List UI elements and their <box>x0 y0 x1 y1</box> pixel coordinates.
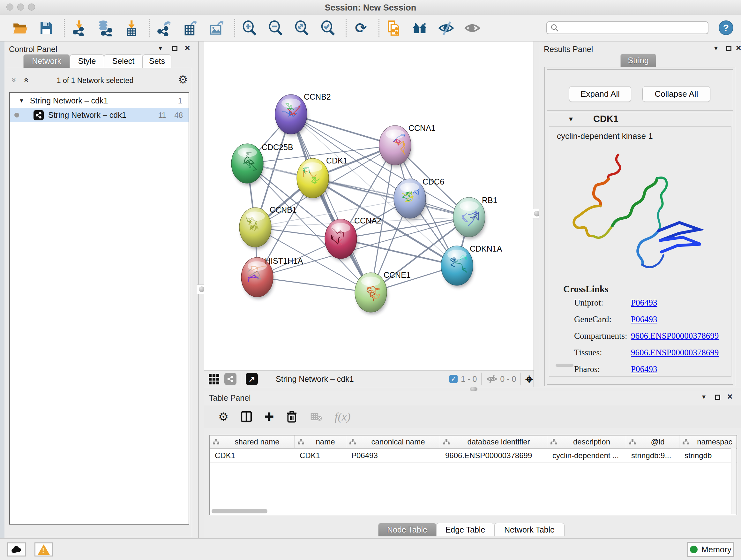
table-cell[interactable]: CDK1 <box>210 451 294 460</box>
tab-style[interactable]: Style <box>70 54 104 68</box>
arrow-up-right-icon: ↗ <box>248 374 255 384</box>
birdseye-view-icon[interactable]: ↗ <box>246 373 258 385</box>
column-header-canonical-name[interactable]: canonical name <box>346 435 440 448</box>
import-table-button[interactable] <box>122 18 141 38</box>
column-header-name[interactable]: name <box>294 435 346 448</box>
column-header-description[interactable]: description <box>547 435 626 448</box>
crosshair-icon[interactable]: ⌖ <box>525 371 533 387</box>
table-cell[interactable]: CDK1 <box>294 451 346 460</box>
network-canvas[interactable]: CCNB2CCNA1CDC25BCDK1CDC6RB1CCNB1CCNA2CDK… <box>204 42 538 370</box>
crosslink-value-link[interactable]: P06493 <box>631 364 657 374</box>
first-neighbors-houses-icon <box>411 20 428 36</box>
network-node-ccnb2[interactable]: CCNB2 <box>275 92 331 136</box>
hide-selected-button[interactable] <box>437 18 455 38</box>
crosslink-value-link[interactable]: 9606.ENSP00000378699 <box>631 331 719 341</box>
gene-collapse-icon[interactable]: ▼ <box>568 116 574 123</box>
export-network-button[interactable] <box>155 18 174 38</box>
network-node-ccnb1[interactable]: CCNB1 <box>239 205 297 249</box>
network-node-ccna1[interactable]: CCNA1 <box>379 124 435 167</box>
results-panel-close-icon[interactable]: ✕ <box>736 44 741 52</box>
create-column-icon[interactable]: ✚ <box>264 410 274 423</box>
column-header-database-identifier[interactable]: database identifier <box>440 435 547 448</box>
zoom-in-button[interactable] <box>240 18 259 38</box>
export-table-button[interactable] <box>181 18 200 38</box>
network-node-ccne1[interactable]: CCNE1 <box>355 270 411 314</box>
open-folder-icon <box>12 20 28 36</box>
export-image-button[interactable] <box>207 18 226 38</box>
crosslinks-hscroll-thumb[interactable] <box>556 364 574 367</box>
results-panel-float-icon[interactable] <box>726 46 731 51</box>
column-header--id[interactable]: @id <box>626 435 679 448</box>
control-panel-menu-icon[interactable]: ▾ <box>158 44 162 52</box>
tab-select[interactable]: Select <box>104 54 143 68</box>
show-all-button[interactable] <box>463 18 482 38</box>
import-network-button[interactable] <box>70 18 88 38</box>
control-panel-float-icon[interactable] <box>172 46 178 51</box>
database-import-icon <box>97 20 114 37</box>
column-header-shared-name[interactable]: shared name <box>210 435 294 448</box>
warnings-button[interactable]: ! <box>35 543 53 557</box>
eye-icon <box>464 20 481 37</box>
network-row[interactable]: String Network – cdk1 11 48 <box>10 108 189 122</box>
network-options-gear-icon[interactable]: ⚙ <box>178 73 188 86</box>
selected-checkbox-icon[interactable]: ✓ <box>449 375 458 383</box>
table-cell[interactable]: stringdb:9... <box>626 451 679 460</box>
first-neighbors-button[interactable] <box>411 18 429 38</box>
expand-all-button[interactable]: Expand All <box>569 86 631 102</box>
tab-edge-table[interactable]: Edge Table <box>436 523 494 537</box>
splitter-handle[interactable] <box>470 387 477 391</box>
table-panel-menu-icon[interactable]: ▾ <box>702 393 705 401</box>
network-edge-ccna2-cdkn1a[interactable] <box>341 239 457 266</box>
grid-view-icon[interactable] <box>209 374 219 384</box>
table-panel-close-icon[interactable]: ✕ <box>727 393 733 401</box>
tab-network[interactable]: Network <box>23 54 70 68</box>
control-panel-close-icon[interactable]: ✕ <box>185 44 190 52</box>
network-collection-row[interactable]: ▼ String Network – cdk1 1 <box>10 94 189 108</box>
zoom-out-icon <box>268 20 284 36</box>
help-button[interactable]: ? <box>719 20 733 35</box>
table-cell[interactable]: 9606.ENSP00000378699 <box>440 451 547 460</box>
memory-button[interactable]: Memory <box>687 542 734 557</box>
search-input[interactable] <box>559 23 701 33</box>
save-session-button[interactable] <box>37 18 56 38</box>
network-node-rb1[interactable]: RB1 <box>453 196 497 239</box>
tab-sets[interactable]: Sets <box>143 54 172 68</box>
cloud-button[interactable] <box>7 543 26 557</box>
crosslink-value-link[interactable]: P06493 <box>631 314 657 324</box>
network-node-cdkn1a[interactable]: CDKN1A <box>441 244 502 288</box>
zoom-fit-button[interactable] <box>293 18 311 38</box>
tab-node-table[interactable]: Node Table <box>378 523 436 537</box>
table-options-gear-icon[interactable]: ⚙ <box>218 410 228 423</box>
network-edge-ccnb2-ccne1[interactable] <box>291 114 371 293</box>
collapse-all-chevron-icon[interactable]: » <box>21 78 30 82</box>
crosslink-value-link[interactable]: P06493 <box>631 298 657 308</box>
network-edge-hist1h1a-ccne1[interactable] <box>257 277 371 293</box>
show-columns-icon[interactable] <box>240 410 253 423</box>
warning-mark: ! <box>42 547 44 554</box>
crosslink-value-link[interactable]: 9606.ENSP00000378699 <box>631 348 719 358</box>
duplicate-network-button[interactable] <box>385 18 403 38</box>
table-horizontal-scrollbar[interactable] <box>212 509 267 513</box>
table-cell[interactable]: stringdb <box>679 451 737 460</box>
table-cell[interactable]: P06493 <box>346 451 440 460</box>
table-row[interactable]: CDK1CDK1P064939606.ENSP00000378699cyclin… <box>210 449 737 462</box>
refresh-button[interactable]: ⟳ <box>352 18 370 38</box>
table-cell[interactable]: cyclin-dependent ... <box>547 451 626 460</box>
column-header-namespac[interactable]: namespac <box>679 435 737 448</box>
network-node-cdc6[interactable]: CDC6 <box>394 177 444 221</box>
import-network-from-database-button[interactable] <box>96 18 115 38</box>
table-vertical-scrollbar[interactable] <box>731 448 736 514</box>
collapse-all-button[interactable]: Collapse All <box>643 86 711 102</box>
network-share-icon[interactable] <box>224 373 237 385</box>
results-panel-menu-icon[interactable]: ▾ <box>714 44 718 52</box>
open-session-button[interactable] <box>11 18 29 38</box>
tab-string-results[interactable]: String <box>620 54 656 67</box>
zoom-selected-button[interactable] <box>319 18 337 38</box>
tab-network-table[interactable]: Network Table <box>494 523 564 537</box>
expand-all-chevron-icon[interactable]: » <box>9 78 19 82</box>
table-panel-float-icon[interactable] <box>715 395 720 400</box>
delete-column-trash-icon[interactable] <box>285 410 298 423</box>
collection-expand-icon[interactable]: ▼ <box>19 98 24 104</box>
zoom-out-button[interactable] <box>266 18 285 38</box>
network-node-hist1h1a[interactable]: HIST1H1A <box>241 256 303 299</box>
